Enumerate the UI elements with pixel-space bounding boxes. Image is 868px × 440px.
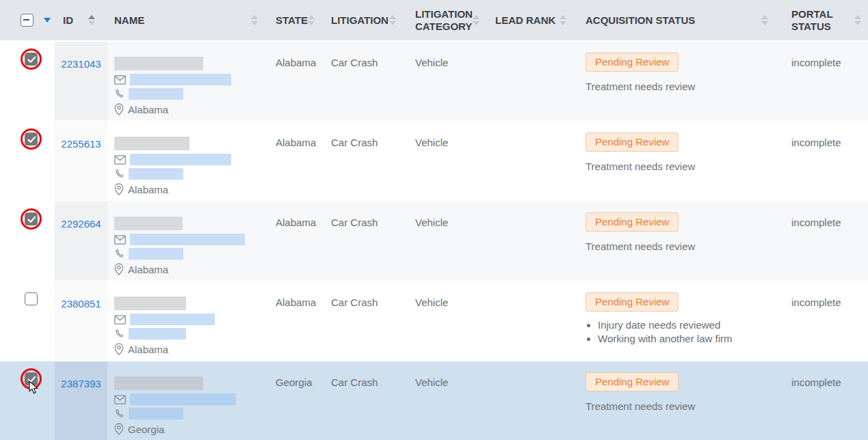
name-cell: Alabama xyxy=(107,201,276,281)
column-header-portal-status[interactable]: PORTAL STATUS xyxy=(791,0,868,41)
phone-line xyxy=(114,408,276,420)
litigation-category-cell: Vehicle xyxy=(415,201,495,281)
lead-rank-cell xyxy=(495,281,586,361)
row-select-cell xyxy=(0,41,55,121)
litigation-category-cell: Vehicle xyxy=(415,41,495,121)
table-row: 2387393 Georgia Georgia Car Crash Vehicl… xyxy=(0,361,868,440)
column-header-state[interactable]: STATE xyxy=(276,0,331,41)
lead-id-link[interactable]: 2387393 xyxy=(61,378,101,389)
lead-rank-cell xyxy=(495,121,586,201)
column-header-id[interactable]: ID xyxy=(55,0,107,41)
phone-line xyxy=(114,168,276,180)
acquisition-note: Injury date needs reviewed xyxy=(598,319,791,331)
column-header-acquisition-status[interactable]: ACQUISITION STATUS xyxy=(586,0,791,41)
lead-id-link[interactable]: 2231043 xyxy=(61,58,101,70)
select-all-checkbox[interactable] xyxy=(21,14,34,27)
id-cell: 2380851 xyxy=(55,281,107,361)
lead-rank-cell xyxy=(495,201,586,281)
leads-table: ID NAME STATE LITIGATION LITIGATION CATE… xyxy=(0,0,868,440)
litigation-cell: Car Crash xyxy=(331,201,415,281)
redacted-email xyxy=(130,234,245,245)
email-line xyxy=(114,314,276,325)
sort-arrows-icon[interactable] xyxy=(389,15,396,25)
litigation-cell: Car Crash xyxy=(331,41,415,121)
envelope-icon xyxy=(114,235,126,245)
table-row: 2380851 Alabama Alabama Car Crash Vehicl… xyxy=(0,281,868,361)
location-line: Georgia xyxy=(114,422,276,436)
phone-icon xyxy=(114,329,124,339)
checkmark-icon xyxy=(27,216,36,223)
phone-line xyxy=(114,328,276,340)
redacted-name xyxy=(114,137,189,150)
envelope-icon xyxy=(114,395,126,404)
acquisition-status-badge: Pending Review xyxy=(586,133,679,152)
name-cell: Alabama xyxy=(107,281,276,361)
column-label: LEAD RANK xyxy=(495,14,555,27)
acquisition-status-badge: Pending Review xyxy=(586,53,679,72)
sort-arrows-icon[interactable] xyxy=(560,15,566,25)
table-row: 2255613 Alabama Alabama Car Crash Vehicl… xyxy=(0,121,868,201)
row-checkbox[interactable] xyxy=(25,53,38,66)
phone-icon xyxy=(114,169,124,179)
row-checkbox[interactable] xyxy=(25,133,38,146)
envelope-icon xyxy=(114,155,126,165)
lead-rank-cell xyxy=(495,361,586,440)
caret-down-icon[interactable] xyxy=(44,18,51,23)
column-label: LITIGATION CATEGORY xyxy=(415,8,473,33)
redacted-name xyxy=(114,57,203,70)
location-pin-icon xyxy=(114,263,124,275)
location-line: Alabama xyxy=(114,342,276,356)
column-header-litigation[interactable]: LITIGATION xyxy=(331,0,415,41)
location-pin-icon xyxy=(114,183,124,195)
acquisition-status-badge: Pending Review xyxy=(586,212,679,232)
litigation-category-cell: Vehicle xyxy=(415,281,495,361)
phone-line xyxy=(114,88,276,100)
redacted-phone xyxy=(129,248,183,260)
sort-arrows-icon[interactable] xyxy=(761,15,768,25)
location-pin-icon xyxy=(114,423,124,435)
state-cell: Alabama xyxy=(276,281,331,361)
acquisition-status-cell: Pending Review Injury date needs reviewe… xyxy=(586,281,791,361)
portal-status-cell: incomplete xyxy=(791,281,868,361)
sort-arrows-icon[interactable] xyxy=(854,15,861,25)
email-line xyxy=(114,234,276,245)
litigation-cell: Car Crash xyxy=(331,121,415,201)
acquisition-status-cell: Pending Review Treatment needs review xyxy=(586,201,791,281)
id-cell: 2292664 xyxy=(55,201,107,281)
column-label: ID xyxy=(63,14,73,27)
location-text: Georgia xyxy=(128,424,164,435)
row-checkbox[interactable] xyxy=(25,292,38,305)
acquisition-notes-list: Injury date needs reviewedWorking with a… xyxy=(586,319,791,344)
row-checkbox[interactable] xyxy=(25,212,38,225)
row-select-cell xyxy=(0,361,55,440)
location-line: Alabama xyxy=(114,182,276,196)
sort-arrows-icon[interactable] xyxy=(473,15,479,25)
redacted-name xyxy=(114,376,203,390)
sort-arrows-icon[interactable] xyxy=(251,15,258,25)
acquisition-status-badge: Pending Review xyxy=(586,372,679,391)
acquisition-note: Treatment needs review xyxy=(586,240,791,252)
column-header-litigation-category[interactable]: LITIGATION CATEGORY xyxy=(415,0,495,41)
sort-arrows-icon[interactable] xyxy=(308,15,315,25)
lead-id-link[interactable]: 2255613 xyxy=(61,138,101,150)
lead-rank-cell xyxy=(495,41,586,121)
column-header-name[interactable]: NAME xyxy=(107,0,276,41)
redacted-name xyxy=(114,217,183,230)
litigation-category-cell: Vehicle xyxy=(415,121,495,201)
checkmark-icon xyxy=(27,56,36,64)
lead-id-link[interactable]: 2380851 xyxy=(61,298,101,310)
sort-arrows-icon[interactable] xyxy=(88,15,95,25)
phone-icon xyxy=(114,89,124,99)
portal-status-cell: incomplete xyxy=(791,121,868,201)
acquisition-status-cell: Pending Review Treatment needs review xyxy=(586,41,791,121)
column-header-lead-rank[interactable]: LEAD RANK xyxy=(495,0,586,41)
email-line xyxy=(114,74,276,85)
portal-status-cell: incomplete xyxy=(791,201,868,281)
phone-line xyxy=(114,248,276,260)
header-row: ID NAME STATE LITIGATION LITIGATION CATE… xyxy=(0,0,868,41)
lead-id-link[interactable]: 2292664 xyxy=(61,218,101,230)
location-text: Alabama xyxy=(128,104,168,115)
acquisition-note: Treatment needs review xyxy=(586,400,791,412)
portal-status-cell: incomplete xyxy=(791,41,868,121)
table-header: ID NAME STATE LITIGATION LITIGATION CATE… xyxy=(0,0,868,41)
